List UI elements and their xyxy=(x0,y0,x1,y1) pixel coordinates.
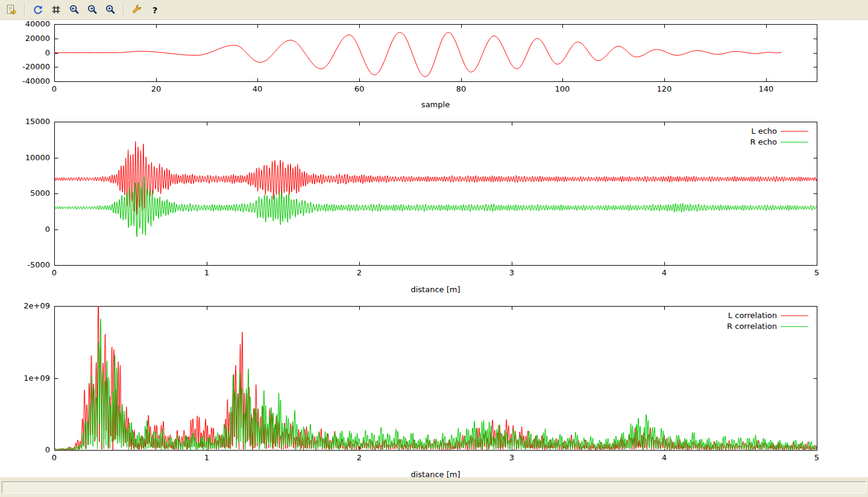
help-icon: ? xyxy=(149,4,160,15)
autoscale-icon xyxy=(105,4,116,15)
y-tick-label: 20000 xyxy=(25,34,50,43)
toggle-grid-button[interactable] xyxy=(48,2,64,17)
zoom-previous-icon xyxy=(69,4,80,15)
plot-canvas[interactable]: 020406080100120140-40000-200000200004000… xyxy=(0,20,868,477)
config-icon xyxy=(131,4,142,15)
series-line xyxy=(54,33,781,77)
legend-label: R correlation xyxy=(727,322,777,331)
chart-1: 012345-5000050001000015000distance [m]L … xyxy=(25,117,820,294)
x-tick-label: 20 xyxy=(151,84,162,93)
status-text xyxy=(2,481,866,493)
x-tick-label: 1 xyxy=(204,268,209,277)
x-tick-label: 4 xyxy=(662,453,667,462)
legend-label: L echo xyxy=(751,127,777,136)
config-button[interactable] xyxy=(128,2,145,17)
x-axis-label: distance [m] xyxy=(410,285,460,294)
toolbar-separator xyxy=(123,3,124,16)
copy-to-clipboard-button[interactable] xyxy=(3,2,20,17)
y-tick-label: 15000 xyxy=(25,117,50,126)
y-tick-label: -5000 xyxy=(27,260,50,269)
y-tick-label: 0 xyxy=(45,445,50,454)
svg-text:?: ? xyxy=(153,5,157,15)
axes xyxy=(55,25,817,82)
x-tick-label: 0 xyxy=(52,84,57,93)
chart-0: 020406080100120140-40000-200000200004000… xyxy=(22,20,817,109)
zoom-next-button[interactable] xyxy=(84,2,101,17)
plot-frame xyxy=(55,307,817,451)
y-tick-label: 0 xyxy=(45,225,50,234)
gnuplot-window: ? 020406080100120140-40000-2000002000040… xyxy=(0,0,868,497)
x-tick-label: 80 xyxy=(456,84,467,93)
replot-button[interactable] xyxy=(30,2,46,17)
series-group xyxy=(54,299,817,450)
y-tick-label: -20000 xyxy=(22,62,50,71)
toolbar-separator xyxy=(24,3,25,16)
y-tick-label: -40000 xyxy=(22,77,50,86)
y-tick-label: 2e+09 xyxy=(24,301,50,310)
x-tick-label: 3 xyxy=(509,268,514,277)
x-tick-label: 140 xyxy=(759,84,774,93)
zoom-previous-button[interactable] xyxy=(66,2,83,17)
x-axis-label: distance [m] xyxy=(410,470,460,479)
chart-2: 01234501e+092e+09distance [m]L correlati… xyxy=(24,299,819,479)
plot-frame xyxy=(55,122,817,266)
toolbar: ? xyxy=(0,0,868,20)
x-tick-label: 100 xyxy=(555,84,570,93)
x-tick-label: 5 xyxy=(814,453,819,462)
x-tick-label: 0 xyxy=(52,268,57,277)
legend-label: L correlation xyxy=(728,311,777,320)
y-tick-label: 0 xyxy=(45,48,50,57)
help-button[interactable]: ? xyxy=(146,2,163,17)
toggle-grid-icon xyxy=(51,4,61,15)
x-tick-label: 3 xyxy=(509,453,514,462)
axes xyxy=(55,122,817,266)
copy-to-clipboard-icon xyxy=(6,4,17,15)
series-l-echo xyxy=(54,142,817,215)
axes xyxy=(55,307,817,451)
zoom-next-icon xyxy=(87,4,98,15)
plot-frame xyxy=(55,25,817,82)
x-tick-label: 1 xyxy=(204,453,209,462)
series-r-correlation xyxy=(54,319,817,450)
x-tick-label: 120 xyxy=(657,84,672,93)
series-group xyxy=(54,33,781,77)
replot-icon xyxy=(33,4,43,15)
legend-label: R echo xyxy=(750,137,777,146)
y-tick-label: 40000 xyxy=(25,20,50,28)
x-axis-label: sample xyxy=(421,100,450,109)
x-tick-label: 2 xyxy=(357,453,362,462)
x-tick-label: 2 xyxy=(357,268,362,277)
x-tick-label: 4 xyxy=(662,268,667,277)
x-tick-label: 5 xyxy=(814,268,819,277)
x-tick-label: 60 xyxy=(354,84,365,93)
series-l-correlation xyxy=(54,299,817,450)
x-tick-label: 40 xyxy=(253,84,263,93)
plots-svg: 020406080100120140-40000-200000200004000… xyxy=(0,20,868,480)
x-tick-label: 0 xyxy=(52,453,57,462)
y-tick-label: 5000 xyxy=(30,189,50,198)
y-tick-label: 10000 xyxy=(25,153,50,162)
series-group xyxy=(54,142,817,237)
autoscale-button[interactable] xyxy=(102,2,119,17)
y-tick-label: 1e+09 xyxy=(24,374,50,383)
